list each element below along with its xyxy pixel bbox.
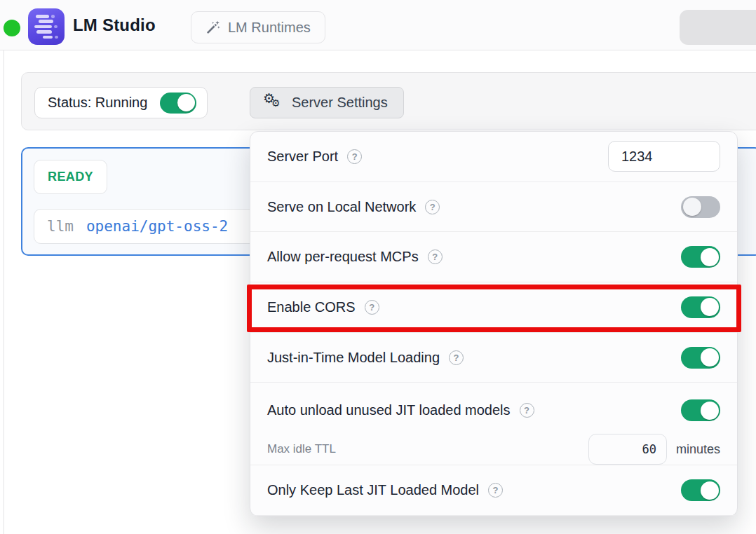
per-request-mcps-toggle[interactable]	[681, 246, 720, 268]
lm-runtimes-label: LM Runtimes	[228, 20, 311, 36]
setting-row-keep-last-jit: Only Keep Last JIT Loaded Model ?	[250, 465, 737, 516]
model-type-label: llm	[47, 218, 74, 235]
per-request-mcps-label: Allow per-request MCPs	[267, 249, 419, 265]
local-network-label: Serve on Local Network	[267, 199, 416, 215]
ttl-unit-label: minutes	[676, 442, 720, 457]
server-port-input[interactable]	[608, 141, 720, 172]
server-status-label: Status: Running	[48, 95, 147, 111]
toggle-knob	[701, 402, 719, 420]
window-traffic-light-green[interactable]	[4, 20, 20, 36]
keep-last-jit-toggle[interactable]	[681, 479, 720, 501]
auto-unload-label: Auto unload unused JIT loaded models	[267, 402, 511, 418]
setting-row-jit-loading: Just-in-Time Model Loading ?	[250, 333, 737, 383]
max-idle-ttl-input[interactable]	[588, 434, 667, 465]
toggle-knob	[701, 348, 719, 367]
setting-row-local-network: Serve on Local Network ?	[250, 182, 737, 233]
app-title: LM Studio	[73, 15, 156, 35]
toggle-knob	[683, 198, 701, 216]
app-header: LM Studio LM Runtimes	[0, 0, 756, 50]
ready-status-badge: READY	[34, 160, 107, 194]
help-icon[interactable]: ?	[520, 403, 534, 418]
server-status-toggle[interactable]	[160, 93, 196, 114]
jit-loading-label: Just-in-Time Model Loading	[267, 350, 440, 366]
setting-row-server-port: Server Port ?	[250, 132, 737, 182]
magic-wand-icon	[205, 20, 220, 35]
max-idle-ttl-row: Max idle TTL minutes	[267, 434, 720, 465]
server-settings-popover: Server Port ? Serve on Local Network ? A…	[250, 131, 738, 516]
enable-cors-label: Enable CORS	[267, 299, 356, 315]
help-icon[interactable]: ?	[488, 483, 503, 498]
keep-last-jit-label: Only Keep Last JIT Loaded Model	[267, 482, 479, 498]
server-settings-label: Server Settings	[292, 95, 388, 111]
setting-row-per-request-mcps: Allow per-request MCPs ?	[250, 232, 737, 282]
toggle-knob	[701, 481, 719, 500]
auto-unload-toggle[interactable]	[681, 399, 720, 421]
model-name-label: openai/gpt-oss-2	[86, 218, 228, 235]
help-icon[interactable]: ?	[425, 200, 440, 214]
jit-loading-toggle[interactable]	[681, 347, 720, 369]
setting-row-enable-cors: Enable CORS ?	[250, 282, 737, 333]
help-icon[interactable]: ?	[347, 149, 362, 164]
help-icon[interactable]: ?	[428, 249, 443, 264]
lm-runtimes-button[interactable]: LM Runtimes	[191, 11, 325, 43]
toggle-knob	[177, 94, 195, 111]
server-status-pill: Status: Running	[34, 87, 208, 118]
help-icon[interactable]: ?	[449, 350, 464, 365]
setting-row-auto-unload: Auto unload unused JIT loaded models ? M…	[250, 383, 737, 465]
local-network-toggle[interactable]	[681, 196, 720, 218]
server-status-toolbar: Status: Running ⚙⚙ Server Settings	[21, 72, 756, 130]
help-icon[interactable]: ?	[365, 300, 379, 315]
panel-left-border	[4, 50, 4, 534]
toggle-knob	[701, 298, 719, 316]
enable-cors-toggle[interactable]	[681, 296, 720, 318]
lm-studio-logo-icon	[28, 8, 65, 45]
max-idle-ttl-label: Max idle TTL	[267, 442, 336, 456]
gears-icon: ⚙⚙	[263, 93, 283, 113]
server-settings-button[interactable]: ⚙⚙ Server Settings	[250, 87, 404, 118]
toggle-knob	[701, 248, 719, 266]
header-placeholder-button[interactable]	[680, 10, 756, 45]
server-port-label: Server Port	[267, 149, 338, 165]
